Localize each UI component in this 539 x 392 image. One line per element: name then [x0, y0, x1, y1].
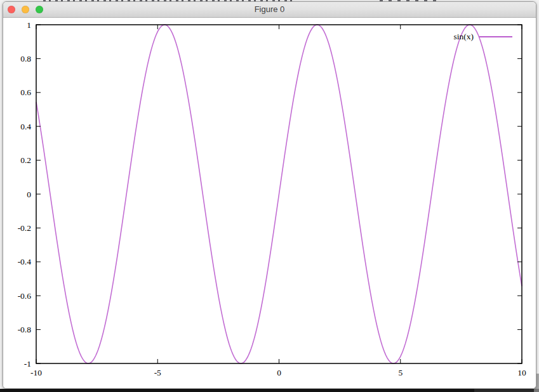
x-tick-label: -10 [30, 368, 42, 377]
y-tick-label: 0.2 [20, 155, 31, 165]
x-tick-label: 0 [277, 368, 281, 377]
legend: sin(x) [454, 32, 513, 42]
y-tick-label: 0.4 [20, 122, 31, 131]
window-title: Figure 0 [3, 2, 536, 17]
series-curve [36, 25, 522, 363]
background-window-edge [0, 389, 539, 392]
titlebar[interactable]: Figure 0 [3, 2, 536, 18]
legend-line-sample [479, 36, 512, 37]
plot-canvas[interactable]: -10-50510-1-0.8-0.6-0.4-0.200.20.40.60.8… [3, 18, 536, 388]
y-tick-label: -0.2 [18, 223, 31, 233]
figure-window: Figure 0 -10-50510-1-0.8-0.6-0.4-0.200.2… [3, 1, 536, 389]
plot-svg: -10-50510-1-0.8-0.6-0.4-0.200.20.40.60.8… [3, 18, 536, 389]
x-tick-label: 10 [517, 368, 526, 377]
y-tick-label: 0 [27, 190, 31, 199]
y-tick-label: -0.8 [18, 325, 32, 334]
y-tick-label: 0.8 [20, 54, 31, 63]
legend-label: sin(x) [454, 32, 474, 42]
x-tick-label: -5 [154, 368, 161, 377]
y-tick-label: 1 [27, 20, 31, 30]
y-tick-label: -1 [24, 359, 31, 369]
y-tick-label: -0.6 [18, 291, 32, 301]
x-tick-label: 5 [398, 368, 403, 377]
screen: Figure 0 -10-50510-1-0.8-0.6-0.4-0.200.2… [0, 0, 539, 392]
y-tick-label: -0.4 [18, 257, 32, 266]
y-tick-label: 0.6 [20, 88, 31, 97]
